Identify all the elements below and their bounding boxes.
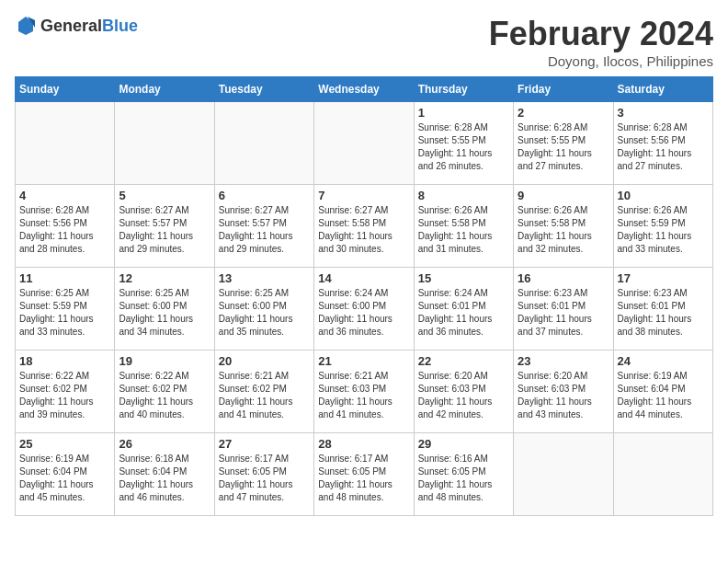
calendar-subtitle: Doyong, Ilocos, Philippines xyxy=(489,53,713,69)
day-number: 16 xyxy=(518,271,609,285)
calendar-cell: 11Sunrise: 6:25 AM Sunset: 5:59 PM Dayli… xyxy=(16,268,115,350)
day-number: 19 xyxy=(119,354,210,368)
calendar-cell: 26Sunrise: 6:18 AM Sunset: 6:04 PM Dayli… xyxy=(115,433,214,516)
logo-icon xyxy=(15,15,37,37)
day-number: 21 xyxy=(318,354,409,368)
day-info: Sunrise: 6:18 AM Sunset: 6:04 PM Dayligh… xyxy=(119,453,210,504)
day-info: Sunrise: 6:27 AM Sunset: 5:57 PM Dayligh… xyxy=(219,204,310,256)
day-info: Sunrise: 6:17 AM Sunset: 6:05 PM Dayligh… xyxy=(318,453,409,504)
calendar-cell: 1Sunrise: 6:28 AM Sunset: 5:55 PM Daylig… xyxy=(414,102,513,185)
day-number: 15 xyxy=(418,271,509,285)
week-row-0: 1Sunrise: 6:28 AM Sunset: 5:55 PM Daylig… xyxy=(16,102,713,185)
weekday-header-monday: Monday xyxy=(115,77,214,102)
calendar-cell: 3Sunrise: 6:28 AM Sunset: 5:56 PM Daylig… xyxy=(613,102,712,185)
week-row-1: 4Sunrise: 6:28 AM Sunset: 5:56 PM Daylig… xyxy=(16,185,713,268)
day-number: 25 xyxy=(19,437,110,451)
week-row-4: 25Sunrise: 6:19 AM Sunset: 6:04 PM Dayli… xyxy=(16,433,713,516)
calendar-cell: 18Sunrise: 6:22 AM Sunset: 6:02 PM Dayli… xyxy=(16,350,115,433)
calendar-cell xyxy=(314,102,414,185)
day-number: 26 xyxy=(119,437,210,451)
weekday-header-friday: Friday xyxy=(514,77,613,102)
day-info: Sunrise: 6:23 AM Sunset: 6:01 PM Dayligh… xyxy=(618,287,709,339)
day-number: 13 xyxy=(219,271,310,285)
day-number: 14 xyxy=(318,271,409,285)
week-row-2: 11Sunrise: 6:25 AM Sunset: 5:59 PM Dayli… xyxy=(16,268,713,350)
weekday-header-saturday: Saturday xyxy=(613,77,712,102)
calendar-cell: 6Sunrise: 6:27 AM Sunset: 5:57 PM Daylig… xyxy=(214,185,313,268)
calendar-cell: 21Sunrise: 6:21 AM Sunset: 6:03 PM Dayli… xyxy=(314,350,414,433)
weekday-header-tuesday: Tuesday xyxy=(214,77,313,102)
calendar-cell: 12Sunrise: 6:25 AM Sunset: 6:00 PM Dayli… xyxy=(115,268,214,350)
day-info: Sunrise: 6:24 AM Sunset: 6:00 PM Dayligh… xyxy=(318,287,409,339)
calendar-cell: 2Sunrise: 6:28 AM Sunset: 5:55 PM Daylig… xyxy=(514,102,613,185)
day-info: Sunrise: 6:22 AM Sunset: 6:02 PM Dayligh… xyxy=(119,370,210,421)
day-info: Sunrise: 6:17 AM Sunset: 6:05 PM Dayligh… xyxy=(219,453,310,504)
day-number: 10 xyxy=(618,189,709,202)
day-number: 2 xyxy=(518,106,609,120)
day-number: 28 xyxy=(318,437,409,451)
day-number: 11 xyxy=(19,271,110,285)
day-info: Sunrise: 6:22 AM Sunset: 6:02 PM Dayligh… xyxy=(19,370,110,421)
weekday-header-sunday: Sunday xyxy=(16,77,115,102)
calendar-cell: 20Sunrise: 6:21 AM Sunset: 6:02 PM Dayli… xyxy=(214,350,313,433)
calendar-cell: 17Sunrise: 6:23 AM Sunset: 6:01 PM Dayli… xyxy=(613,268,712,350)
day-number: 12 xyxy=(119,271,210,285)
calendar-cell xyxy=(16,102,115,185)
calendar-cell: 22Sunrise: 6:20 AM Sunset: 6:03 PM Dayli… xyxy=(414,350,513,433)
day-info: Sunrise: 6:24 AM Sunset: 6:01 PM Dayligh… xyxy=(418,287,509,339)
calendar-cell: 28Sunrise: 6:17 AM Sunset: 6:05 PM Dayli… xyxy=(314,433,414,516)
logo-general-text: General xyxy=(40,17,102,35)
calendar-cell: 5Sunrise: 6:27 AM Sunset: 5:57 PM Daylig… xyxy=(115,185,214,268)
day-info: Sunrise: 6:16 AM Sunset: 6:05 PM Dayligh… xyxy=(418,453,509,504)
calendar-cell xyxy=(613,433,712,516)
day-info: Sunrise: 6:28 AM Sunset: 5:56 PM Dayligh… xyxy=(19,204,110,256)
calendar-cell: 16Sunrise: 6:23 AM Sunset: 6:01 PM Dayli… xyxy=(514,268,613,350)
weekday-header-thursday: Thursday xyxy=(414,77,513,102)
day-info: Sunrise: 6:26 AM Sunset: 5:58 PM Dayligh… xyxy=(518,204,609,256)
weekday-header-wednesday: Wednesday xyxy=(314,77,414,102)
calendar-cell: 24Sunrise: 6:19 AM Sunset: 6:04 PM Dayli… xyxy=(613,350,712,433)
calendar-table: SundayMondayTuesdayWednesdayThursdayFrid… xyxy=(15,76,713,516)
weekday-header-row: SundayMondayTuesdayWednesdayThursdayFrid… xyxy=(16,77,713,102)
calendar-cell: 19Sunrise: 6:22 AM Sunset: 6:02 PM Dayli… xyxy=(115,350,214,433)
day-info: Sunrise: 6:20 AM Sunset: 6:03 PM Dayligh… xyxy=(518,370,609,421)
page-header: GeneralBlue February 2024 Doyong, Ilocos… xyxy=(15,15,713,69)
day-info: Sunrise: 6:25 AM Sunset: 6:00 PM Dayligh… xyxy=(119,287,210,339)
calendar-cell: 10Sunrise: 6:26 AM Sunset: 5:59 PM Dayli… xyxy=(613,185,712,268)
day-info: Sunrise: 6:26 AM Sunset: 5:59 PM Dayligh… xyxy=(618,204,709,256)
day-number: 9 xyxy=(518,189,609,202)
calendar-cell: 7Sunrise: 6:27 AM Sunset: 5:58 PM Daylig… xyxy=(314,185,414,268)
day-info: Sunrise: 6:28 AM Sunset: 5:55 PM Dayligh… xyxy=(518,121,609,173)
calendar-title: February 2024 xyxy=(489,15,713,53)
day-info: Sunrise: 6:19 AM Sunset: 6:04 PM Dayligh… xyxy=(19,453,110,504)
day-number: 20 xyxy=(219,354,310,368)
day-info: Sunrise: 6:26 AM Sunset: 5:58 PM Dayligh… xyxy=(418,204,509,256)
day-info: Sunrise: 6:21 AM Sunset: 6:03 PM Dayligh… xyxy=(318,370,409,421)
calendar-cell xyxy=(214,102,313,185)
calendar-cell: 15Sunrise: 6:24 AM Sunset: 6:01 PM Dayli… xyxy=(414,268,513,350)
day-number: 22 xyxy=(418,354,509,368)
calendar-cell: 8Sunrise: 6:26 AM Sunset: 5:58 PM Daylig… xyxy=(414,185,513,268)
calendar-cell: 29Sunrise: 6:16 AM Sunset: 6:05 PM Dayli… xyxy=(414,433,513,516)
logo: GeneralBlue xyxy=(15,15,138,37)
day-info: Sunrise: 6:27 AM Sunset: 5:57 PM Dayligh… xyxy=(119,204,210,256)
day-info: Sunrise: 6:25 AM Sunset: 6:00 PM Dayligh… xyxy=(219,287,310,339)
calendar-cell: 25Sunrise: 6:19 AM Sunset: 6:04 PM Dayli… xyxy=(16,433,115,516)
calendar-cell: 23Sunrise: 6:20 AM Sunset: 6:03 PM Dayli… xyxy=(514,350,613,433)
day-number: 6 xyxy=(219,189,310,202)
day-info: Sunrise: 6:28 AM Sunset: 5:56 PM Dayligh… xyxy=(618,121,709,173)
calendar-cell xyxy=(514,433,613,516)
calendar-cell: 4Sunrise: 6:28 AM Sunset: 5:56 PM Daylig… xyxy=(16,185,115,268)
day-number: 1 xyxy=(418,106,509,120)
day-info: Sunrise: 6:20 AM Sunset: 6:03 PM Dayligh… xyxy=(418,370,509,421)
calendar-cell: 27Sunrise: 6:17 AM Sunset: 6:05 PM Dayli… xyxy=(214,433,313,516)
week-row-3: 18Sunrise: 6:22 AM Sunset: 6:02 PM Dayli… xyxy=(16,350,713,433)
day-number: 3 xyxy=(618,106,709,120)
day-number: 29 xyxy=(418,437,509,451)
day-info: Sunrise: 6:21 AM Sunset: 6:02 PM Dayligh… xyxy=(219,370,310,421)
day-info: Sunrise: 6:27 AM Sunset: 5:58 PM Dayligh… xyxy=(318,204,409,256)
day-info: Sunrise: 6:23 AM Sunset: 6:01 PM Dayligh… xyxy=(518,287,609,339)
day-number: 7 xyxy=(318,189,409,202)
day-number: 4 xyxy=(19,189,110,202)
day-number: 27 xyxy=(219,437,310,451)
